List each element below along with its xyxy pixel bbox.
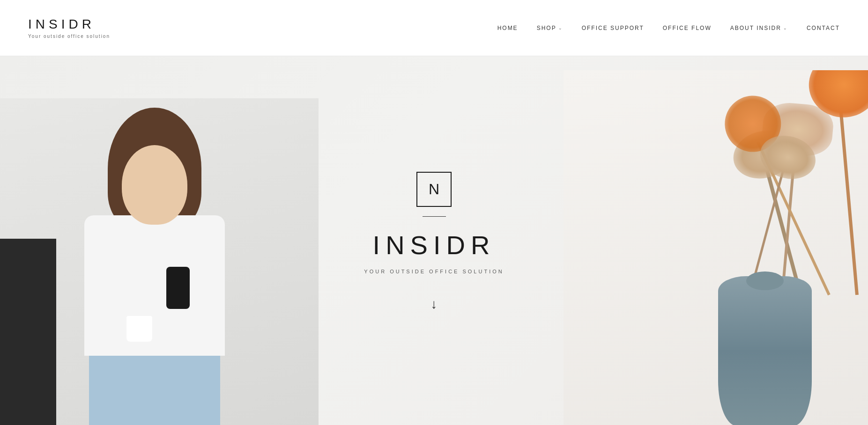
hero-logo-letter: N [429, 181, 439, 198]
nav-about-insidr[interactable]: ABOUT INSIDR ⌄ [730, 25, 788, 31]
person-figure [37, 108, 272, 425]
logo-tagline: Your outside office solution [28, 34, 110, 39]
shop-chevron-icon: ⌄ [558, 26, 563, 30]
main-nav: HOME SHOP ⌄ OFFICE SUPPORT OFFICE FLOW A… [497, 25, 840, 31]
nav-office-flow[interactable]: OFFICE FLOW [663, 25, 712, 31]
nav-shop[interactable]: SHOP ⌄ [537, 25, 563, 31]
hero-logo-box: N [416, 172, 452, 207]
nav-office-support[interactable]: OFFICE SUPPORT [582, 25, 644, 31]
decorative-vase [718, 276, 812, 425]
hero-divider [423, 216, 446, 217]
hero-title: INSIDR [373, 230, 496, 260]
hero-center-content: N INSIDR YOUR OUTSIDE OFFICE SOLUTION ↓ [294, 172, 575, 311]
about-chevron-icon: ⌄ [783, 26, 788, 30]
logo-name: INSIDR [28, 17, 95, 32]
nav-home[interactable]: HOME [497, 25, 518, 31]
site-header: INSIDR Your outside office solution HOME… [0, 0, 868, 56]
nav-contact[interactable]: CONTACT [807, 25, 840, 31]
person-body [84, 215, 225, 356]
person-face [122, 145, 187, 225]
hero-subtitle: YOUR OUTSIDE OFFICE SOLUTION [364, 269, 504, 274]
hero-section: N INSIDR YOUR OUTSIDE OFFICE SOLUTION ↓ [0, 56, 868, 425]
scroll-down-arrow[interactable]: ↓ [431, 298, 438, 311]
pampas-orange-1 [839, 108, 859, 295]
person-phone [166, 267, 190, 309]
hero-person-area [0, 98, 319, 425]
hero-decor-area [564, 70, 868, 425]
person-cup [126, 316, 152, 342]
logo-area[interactable]: INSIDR Your outside office solution [28, 17, 110, 39]
